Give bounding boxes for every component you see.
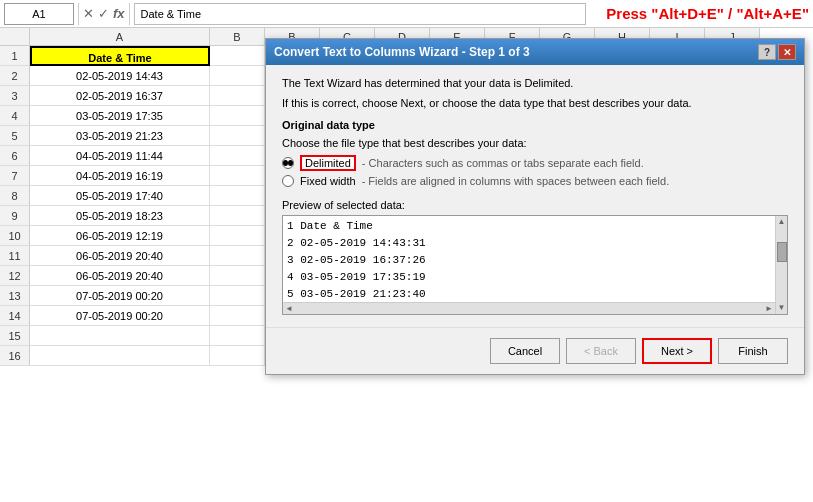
confirm-icon[interactable]: ✓	[98, 6, 109, 21]
preview-box: 1 Date & Time2 02-05-2019 14:43:313 02-0…	[282, 215, 788, 315]
table-row: 1Date & Time	[0, 46, 265, 66]
row-number: 13	[0, 286, 30, 306]
row-number: 4	[0, 106, 30, 126]
dialog-title: Convert Text to Columns Wizard - Step 1 …	[274, 45, 530, 59]
cell-a[interactable]: 06-05-2019 12:19	[30, 226, 210, 246]
cell-a[interactable]: 04-05-2019 16:19	[30, 166, 210, 186]
cell-b[interactable]	[210, 226, 265, 246]
radio-delimited[interactable]	[282, 157, 294, 169]
convert-text-wizard-dialog: Convert Text to Columns Wizard - Step 1 …	[265, 38, 805, 375]
preview-line: 5 03-05-2019 21:23:40	[287, 286, 771, 303]
cell-b[interactable]	[210, 206, 265, 226]
dialog-help-button[interactable]: ?	[758, 44, 776, 60]
back-button[interactable]: < Back	[566, 338, 636, 364]
radio-delimited-desc: - Characters such as commas or tabs sepa…	[362, 157, 644, 169]
scroll-down-arrow[interactable]: ▼	[778, 302, 786, 314]
table-row: 805-05-2019 17:40	[0, 186, 265, 206]
cell-b[interactable]	[210, 246, 265, 266]
cell-b[interactable]	[210, 266, 265, 286]
scroll-up-arrow[interactable]: ▲	[778, 216, 786, 228]
grid-area: A B 1Date & Time202-05-2019 14:43302-05-…	[0, 28, 265, 502]
cell-a[interactable]: 07-05-2019 00:20	[30, 286, 210, 306]
cell-reference-box[interactable]: A1	[4, 3, 74, 25]
row-number: 7	[0, 166, 30, 186]
cell-a[interactable]: 02-05-2019 16:37	[30, 86, 210, 106]
cell-a[interactable]: 04-05-2019 11:44	[30, 146, 210, 166]
cell-a[interactable]: 06-05-2019 20:40	[30, 246, 210, 266]
cell-a[interactable]: 02-05-2019 14:43	[30, 66, 210, 86]
orig-data-type-label: Original data type	[282, 119, 788, 131]
cell-a[interactable]: 05-05-2019 17:40	[30, 186, 210, 206]
cell-b[interactable]	[210, 346, 265, 366]
preview-label: Preview of selected data:	[282, 199, 788, 211]
row-number: 9	[0, 206, 30, 226]
col-a-header: A	[30, 28, 210, 46]
dialog-close-button[interactable]: ✕	[778, 44, 796, 60]
radio-fixed-desc: - Fields are aligned in columns with spa…	[362, 175, 670, 187]
cell-b[interactable]	[210, 306, 265, 326]
formula-icons: ✕ ✓ fx	[83, 6, 125, 21]
cell-b[interactable]	[210, 86, 265, 106]
cell-b[interactable]	[210, 46, 265, 66]
scroll-thumb[interactable]	[777, 242, 787, 262]
table-row: 704-05-2019 16:19	[0, 166, 265, 186]
preview-line: 2 02-05-2019 14:43:31	[287, 235, 771, 252]
cell-a[interactable]	[30, 326, 210, 346]
cell-a[interactable]: Date & Time	[30, 46, 210, 66]
preview-line: 3 02-05-2019 16:37:26	[287, 252, 771, 269]
dialog-titlebar: Convert Text to Columns Wizard - Step 1 …	[266, 39, 804, 65]
radio-fixed-width[interactable]	[282, 175, 294, 187]
cell-a[interactable]: 07-05-2019 00:20	[30, 306, 210, 326]
radio-delimited-row: Delimited - Characters such as commas or…	[282, 155, 788, 171]
cell-b[interactable]	[210, 66, 265, 86]
cell-a[interactable]	[30, 346, 210, 366]
cell-b[interactable]	[210, 186, 265, 206]
cell-a[interactable]: 05-05-2019 18:23	[30, 206, 210, 226]
dialog-overlay: Convert Text to Columns Wizard - Step 1 …	[265, 28, 813, 458]
dialog-footer: Cancel < Back Next > Finish	[266, 327, 804, 374]
table-row: 302-05-2019 16:37	[0, 86, 265, 106]
formula-input[interactable]	[134, 3, 587, 25]
hscroll-right-arrow[interactable]: ►	[763, 304, 775, 313]
preview-hscrollbar[interactable]: ◄ ►	[283, 302, 775, 314]
cell-a[interactable]: 03-05-2019 21:23	[30, 126, 210, 146]
table-row: 202-05-2019 14:43	[0, 66, 265, 86]
table-row: 1307-05-2019 00:20	[0, 286, 265, 306]
cell-b[interactable]	[210, 286, 265, 306]
col-b-header: B	[210, 28, 265, 46]
column-headers: A B	[0, 28, 265, 46]
cell-a[interactable]: 03-05-2019 17:35	[30, 106, 210, 126]
cell-b[interactable]	[210, 326, 265, 346]
table-row: 905-05-2019 18:23	[0, 206, 265, 226]
dialog-intro-text: The Text Wizard has determined that your…	[282, 77, 788, 89]
insert-function-icon[interactable]: fx	[113, 6, 125, 21]
cell-b[interactable]	[210, 146, 265, 166]
preview-scrollbar[interactable]: ▲ ▼	[775, 216, 787, 314]
preview-content-wrap: 1 Date & Time2 02-05-2019 14:43:313 02-0…	[283, 216, 787, 304]
radio-fixed-label: Fixed width	[300, 175, 356, 187]
dialog-intro2-text: If this is correct, choose Next, or choo…	[282, 97, 788, 109]
row-number: 3	[0, 86, 30, 106]
cell-b[interactable]	[210, 166, 265, 186]
row-number: 1	[0, 46, 30, 66]
row-number: 16	[0, 346, 30, 366]
cancel-icon[interactable]: ✕	[83, 6, 94, 21]
radio-fixed-row: Fixed width - Fields are aligned in colu…	[282, 175, 788, 187]
table-row: 1006-05-2019 12:19	[0, 226, 265, 246]
cell-b[interactable]	[210, 106, 265, 126]
cell-b[interactable]	[210, 126, 265, 146]
finish-button[interactable]: Finish	[718, 338, 788, 364]
table-row: 15	[0, 326, 265, 346]
cancel-button[interactable]: Cancel	[490, 338, 560, 364]
preview-content: 1 Date & Time2 02-05-2019 14:43:313 02-0…	[283, 216, 775, 304]
table-row: 604-05-2019 11:44	[0, 146, 265, 166]
dialog-title-buttons: ? ✕	[758, 44, 796, 60]
table-row: 1206-05-2019 20:40	[0, 266, 265, 286]
spreadsheet: A1 ✕ ✓ fx Press "Alt+D+E" / "Alt+A+E" A …	[0, 0, 813, 502]
row-number: 5	[0, 126, 30, 146]
cell-a[interactable]: 06-05-2019 20:40	[30, 266, 210, 286]
hscroll-left-arrow[interactable]: ◄	[283, 304, 295, 313]
hotkey-instruction: Press "Alt+D+E" / "Alt+A+E"	[606, 5, 809, 22]
row-number: 15	[0, 326, 30, 346]
next-button[interactable]: Next >	[642, 338, 712, 364]
